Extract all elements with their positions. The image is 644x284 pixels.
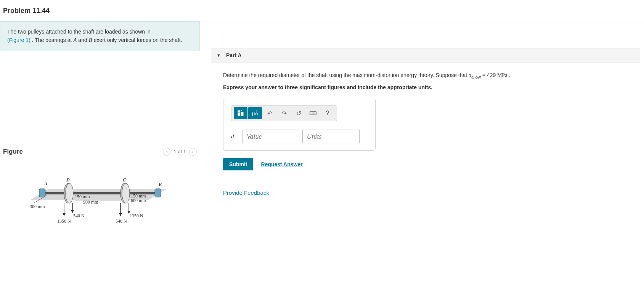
figure-pager: 1 of 1 bbox=[173, 149, 186, 154]
svg-rect-2 bbox=[39, 189, 45, 197]
svg-rect-18 bbox=[238, 111, 241, 113]
caret-down-icon: ▼ bbox=[217, 53, 221, 58]
provide-feedback-link[interactable]: Provide Feedback bbox=[223, 189, 640, 196]
label-B: B bbox=[159, 182, 162, 188]
sigma-subscript: allow bbox=[471, 75, 481, 79]
dim-600mm: 600 mm bbox=[131, 198, 146, 204]
statement-text-2: . The bearings at bbox=[31, 37, 74, 43]
svg-point-7 bbox=[122, 183, 130, 203]
undo-icon[interactable]: ↶ bbox=[263, 107, 276, 119]
label-C: C bbox=[123, 177, 126, 183]
svg-rect-21 bbox=[241, 112, 244, 116]
redo-icon[interactable]: ↷ bbox=[277, 107, 291, 119]
templates-icon[interactable] bbox=[234, 107, 247, 119]
figure-next-button[interactable]: › bbox=[189, 148, 197, 156]
question-text: Determine the required diameter of the s… bbox=[223, 72, 469, 78]
label-A: A bbox=[44, 181, 47, 187]
figure-section: Figure ‹ 1 of 1 › bbox=[0, 146, 200, 234]
part-a-header[interactable]: ▼ Part A bbox=[211, 48, 640, 63]
label-D: D bbox=[66, 177, 70, 183]
right-column: ▼ Part A Determine the required diameter… bbox=[200, 21, 644, 281]
svg-point-5 bbox=[66, 183, 73, 203]
dim-900mm: 900 mm bbox=[83, 199, 98, 205]
svg-marker-9 bbox=[63, 213, 66, 216]
value-input[interactable] bbox=[242, 130, 299, 143]
dim-300mm: 300 mm bbox=[30, 204, 45, 210]
svg-rect-20 bbox=[238, 113, 241, 116]
statement-text-1: The two pulleys attached to the shaft ar… bbox=[7, 29, 151, 35]
statement-text-4: exert only vertical forces on the shaft. bbox=[92, 37, 182, 43]
eq-value: = 429 bbox=[481, 72, 496, 78]
figure-header: Figure ‹ 1 of 1 › bbox=[3, 146, 197, 158]
svg-rect-22 bbox=[310, 112, 316, 115]
svg-marker-11 bbox=[71, 210, 74, 213]
variable-label: d = bbox=[231, 133, 239, 140]
statement-text-3: and bbox=[77, 37, 88, 43]
force-540N-b: 540 N bbox=[116, 218, 127, 224]
units-input[interactable] bbox=[302, 130, 360, 143]
submit-row: Submit Request Answer bbox=[223, 158, 640, 170]
answer-box: μÅ ↶ ↷ ↺ ? d = bbox=[223, 99, 376, 151]
help-icon[interactable]: ? bbox=[321, 107, 334, 119]
shaft-diagram-svg bbox=[30, 173, 175, 234]
svg-rect-19 bbox=[241, 111, 242, 112]
figure-title: Figure bbox=[3, 148, 23, 156]
main-container: The two pulleys attached to the shaft ar… bbox=[0, 21, 644, 281]
units-icon[interactable]: μÅ bbox=[248, 107, 262, 119]
page-title: Problem 11.44 bbox=[0, 0, 644, 21]
eq-period: . bbox=[507, 72, 510, 78]
left-column: The two pulleys attached to the shaft ar… bbox=[0, 21, 200, 281]
reset-icon[interactable]: ↺ bbox=[292, 107, 305, 119]
force-1350N-a: 1350 N bbox=[57, 218, 71, 224]
figure-link[interactable]: (Figure 1) bbox=[7, 37, 31, 43]
part-a-body: Determine the required diameter of the s… bbox=[211, 63, 644, 196]
eq-unit: MPa bbox=[496, 72, 507, 78]
part-a-question: Determine the required diameter of the s… bbox=[223, 71, 640, 80]
figure-prev-button[interactable]: ‹ bbox=[163, 148, 170, 156]
answer-input-row: d = bbox=[231, 130, 368, 143]
figure-diagram: A D C B 300 mm 150 mm 900 mm 150 mm 600 … bbox=[30, 173, 175, 234]
problem-statement: The two pulleys attached to the shaft ar… bbox=[0, 21, 200, 51]
part-a-instruction: Express your answer to three significant… bbox=[223, 84, 640, 90]
svg-rect-3 bbox=[155, 189, 161, 197]
dim-150mm-a: 150 mm bbox=[75, 194, 90, 200]
svg-marker-13 bbox=[119, 213, 122, 216]
figure-nav: ‹ 1 of 1 › bbox=[163, 148, 197, 156]
part-a-label: Part A bbox=[226, 52, 242, 58]
force-540N-a: 540 N bbox=[73, 213, 85, 219]
request-answer-link[interactable]: Request Answer bbox=[261, 161, 302, 167]
force-1350N-b: 1350 N bbox=[130, 213, 143, 219]
keyboard-icon[interactable] bbox=[306, 107, 320, 119]
submit-button[interactable]: Submit bbox=[223, 158, 253, 170]
sigma-symbol: σ bbox=[469, 72, 471, 78]
answer-toolbar: μÅ ↶ ↷ ↺ ? bbox=[231, 105, 337, 121]
var-B: B bbox=[89, 37, 92, 43]
